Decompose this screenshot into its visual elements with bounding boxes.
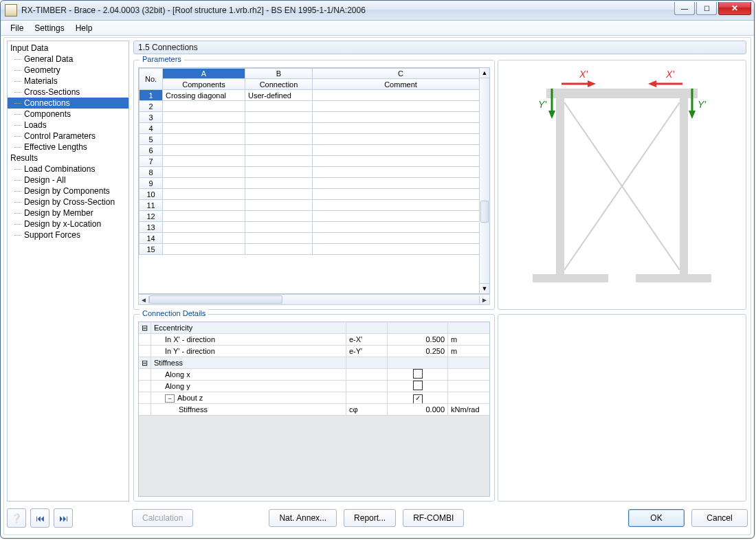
row-number[interactable]: 13 bbox=[140, 222, 163, 233]
parameters-horizontal-scrollbar[interactable]: ◄ ► bbox=[138, 294, 490, 305]
cell-components[interactable] bbox=[163, 112, 245, 123]
help-icon-button[interactable]: ❔ bbox=[7, 508, 26, 528]
cell-connection[interactable] bbox=[245, 178, 313, 189]
table-row[interactable]: 13 bbox=[140, 222, 489, 233]
col-header-comment[interactable]: Comment bbox=[313, 79, 489, 90]
scroll-thumb[interactable] bbox=[480, 201, 489, 223]
value-stiffness[interactable]: 0.000 bbox=[388, 404, 448, 415]
col-letter-b[interactable]: B bbox=[245, 69, 313, 79]
row-number[interactable]: 5 bbox=[140, 134, 163, 145]
cell-comment[interactable] bbox=[313, 90, 489, 101]
table-row[interactable]: 9 bbox=[140, 178, 489, 189]
scroll-right-icon[interactable]: ► bbox=[479, 296, 489, 304]
tree-support-forces[interactable]: Support Forces bbox=[8, 229, 129, 240]
row-number[interactable]: 8 bbox=[140, 167, 163, 178]
row-stiffness-value[interactable]: Stiffness bbox=[151, 404, 346, 415]
cell-components[interactable] bbox=[163, 233, 245, 244]
tree-connections[interactable]: Connections bbox=[8, 98, 129, 109]
menu-file[interactable]: File bbox=[5, 22, 29, 34]
cell-components[interactable] bbox=[163, 156, 245, 167]
cell-connection[interactable] bbox=[245, 244, 313, 255]
table-row[interactable]: 15 bbox=[140, 244, 489, 255]
cell-connection[interactable] bbox=[245, 189, 313, 200]
cell-comment[interactable] bbox=[313, 200, 489, 211]
tree-design-by-components[interactable]: Design by Components bbox=[8, 185, 129, 196]
tree-control-parameters[interactable]: Control Parameters bbox=[8, 131, 129, 142]
col-header-components[interactable]: Components bbox=[163, 79, 245, 90]
tree-general-data[interactable]: General Data bbox=[8, 54, 129, 65]
tree-design-by-member[interactable]: Design by Member bbox=[8, 207, 129, 218]
maximize-button[interactable]: ☐ bbox=[696, 2, 717, 15]
tree-materials[interactable]: Materials bbox=[8, 76, 129, 87]
menu-settings[interactable]: Settings bbox=[29, 22, 69, 34]
cell-components[interactable] bbox=[163, 145, 245, 156]
table-row[interactable]: 1Crossing diagonalUser-defined bbox=[140, 90, 489, 101]
col-header-no[interactable]: No. bbox=[140, 69, 163, 90]
row-eccentricity[interactable]: Eccentricity bbox=[151, 322, 346, 333]
cell-comment[interactable] bbox=[313, 156, 489, 167]
cell-components[interactable] bbox=[163, 189, 245, 200]
col-letter-a[interactable]: A bbox=[163, 69, 245, 79]
cell-components[interactable] bbox=[163, 222, 245, 233]
row-number[interactable]: 3 bbox=[140, 112, 163, 123]
table-row[interactable]: 8 bbox=[140, 167, 489, 178]
cell-comment[interactable] bbox=[313, 211, 489, 222]
table-row[interactable]: 7 bbox=[140, 156, 489, 167]
cell-connection[interactable] bbox=[245, 233, 313, 244]
cell-comment[interactable] bbox=[313, 167, 489, 178]
cell-connection[interactable] bbox=[245, 101, 313, 112]
titlebar[interactable]: RX-TIMBER - Brace - 2.04.0003 (32bit) - … bbox=[1, 1, 754, 21]
cell-connection[interactable] bbox=[245, 167, 313, 178]
cell-components[interactable] bbox=[163, 178, 245, 189]
cell-comment[interactable] bbox=[313, 178, 489, 189]
nat-annex-button[interactable]: Nat. Annex... bbox=[269, 509, 337, 527]
row-number[interactable]: 7 bbox=[140, 156, 163, 167]
cell-comment[interactable] bbox=[313, 123, 489, 134]
parameters-vertical-scrollbar[interactable]: ▲ ▼ bbox=[479, 68, 489, 293]
row-along-y[interactable]: Along y bbox=[151, 381, 346, 392]
hscroll-thumb[interactable] bbox=[149, 295, 282, 304]
cell-comment[interactable] bbox=[313, 189, 489, 200]
col-letter-c[interactable]: C bbox=[313, 69, 489, 79]
checkbox-along-y[interactable] bbox=[413, 381, 423, 390]
value-ex[interactable]: 0.500 bbox=[388, 334, 448, 345]
tree-loads[interactable]: Loads bbox=[8, 120, 129, 131]
row-number[interactable]: 2 bbox=[140, 101, 163, 112]
scroll-up-icon[interactable]: ▲ bbox=[480, 68, 489, 78]
cell-connection[interactable] bbox=[245, 134, 313, 145]
report-button[interactable]: Report... bbox=[344, 509, 396, 527]
table-row[interactable]: 2 bbox=[140, 101, 489, 112]
cell-components[interactable]: Crossing diagonal bbox=[163, 90, 245, 101]
cell-comment[interactable] bbox=[313, 145, 489, 156]
tree-load-combinations[interactable]: Load Combinations bbox=[8, 164, 129, 175]
close-button[interactable]: ✕ bbox=[718, 2, 751, 15]
value-ey[interactable]: 0.250 bbox=[388, 346, 448, 357]
collapse-about-z-icon[interactable]: − bbox=[165, 394, 175, 403]
table-row[interactable]: 10 bbox=[140, 189, 489, 200]
table-row[interactable]: 4 bbox=[140, 123, 489, 134]
cell-components[interactable] bbox=[163, 123, 245, 134]
collapse-eccentricity-icon[interactable]: ⊟ bbox=[139, 322, 151, 333]
cell-comment[interactable] bbox=[313, 233, 489, 244]
cell-connection[interactable] bbox=[245, 211, 313, 222]
rf-combi-button[interactable]: RF-COMBI bbox=[403, 509, 464, 527]
cell-comment[interactable] bbox=[313, 112, 489, 123]
scroll-down-icon[interactable]: ▼ bbox=[480, 283, 489, 293]
connection-details-table[interactable]: ⊟ Eccentricity In X' - direction e-X' 0.… bbox=[138, 322, 490, 497]
tree-design-by-x-location[interactable]: Design by x-Location bbox=[8, 218, 129, 229]
cell-components[interactable] bbox=[163, 101, 245, 112]
navigation-tree[interactable]: Input Data General Data Geometry Materia… bbox=[7, 41, 129, 502]
cell-connection[interactable] bbox=[245, 112, 313, 123]
tree-geometry[interactable]: Geometry bbox=[8, 65, 129, 76]
row-number[interactable]: 15 bbox=[140, 244, 163, 255]
row-number[interactable]: 12 bbox=[140, 211, 163, 222]
col-header-connection[interactable]: Connection bbox=[245, 79, 313, 90]
row-number[interactable]: 11 bbox=[140, 200, 163, 211]
table-row[interactable]: 3 bbox=[140, 112, 489, 123]
cell-components[interactable] bbox=[163, 167, 245, 178]
tree-cross-sections[interactable]: Cross-Sections bbox=[8, 87, 129, 98]
calculation-button[interactable]: Calculation bbox=[132, 509, 193, 527]
tree-components[interactable]: Components bbox=[8, 109, 129, 120]
tree-design-by-cross-section[interactable]: Design by Cross-Section bbox=[8, 196, 129, 207]
checkbox-about-z[interactable]: ✓ bbox=[413, 394, 423, 403]
